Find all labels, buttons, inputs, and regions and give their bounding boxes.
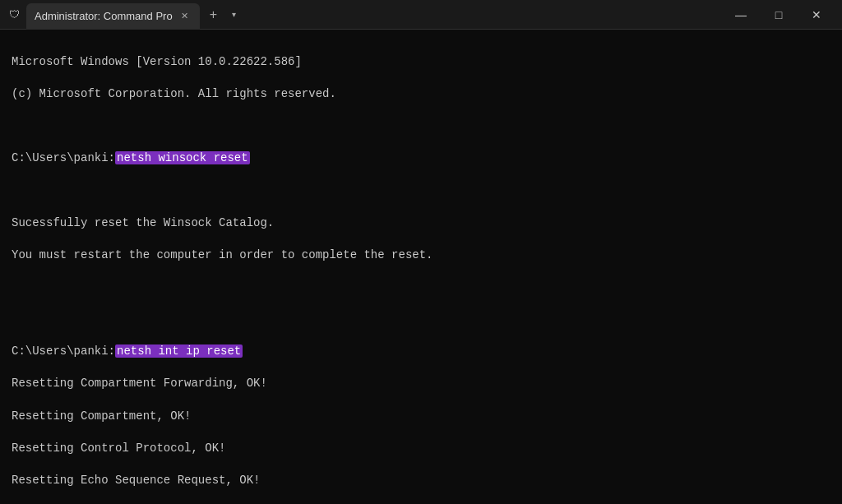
- terminal-line-12: Resetting Echo Sequence Request, OK!: [12, 473, 830, 489]
- prompt-1: C:\Users\panki:: [12, 151, 115, 164]
- close-button[interactable]: ✕: [798, 2, 835, 28]
- terminal-line-3: [12, 118, 830, 135]
- titlebar-left: 🛡 Administrator: Command Pro ✕ + ▾: [7, 0, 722, 30]
- maximize-button[interactable]: □: [760, 2, 798, 28]
- command-1: netsh winsock reset: [115, 151, 250, 164]
- tab-title: Administrator: Command Pro: [35, 10, 173, 22]
- terminal-line-1: Microsoft Windows [Version 10.0.22622.58…: [12, 54, 830, 71]
- tab-dropdown-button[interactable]: ▾: [227, 8, 241, 21]
- terminal-output: Microsoft Windows [Version 10.0.22622.58…: [0, 30, 842, 504]
- terminal-line-11: Resetting Control Protocol, OK!: [12, 441, 830, 457]
- terminal-line-9: Resetting Compartment Forwarding, OK!: [12, 376, 830, 392]
- tab-close-button[interactable]: ✕: [178, 10, 192, 22]
- prompt-2: C:\Users\panki:: [12, 344, 115, 358]
- terminal-line-5: Sucessfully reset the Winsock Catalog.: [12, 215, 830, 232]
- terminal-line-4: [12, 183, 830, 199]
- terminal-line-6: You must restart the computer in order t…: [12, 247, 830, 264]
- terminal-line-cmd1: C:\Users\panki:netsh winsock reset: [12, 150, 830, 167]
- new-tab-button[interactable]: +: [205, 6, 222, 24]
- titlebar: 🛡 Administrator: Command Pro ✕ + ▾ — □ ✕: [0, 0, 842, 30]
- minimize-button[interactable]: —: [722, 2, 760, 28]
- terminal-line-2: (c) Microsoft Corporation. All rights re…: [12, 86, 830, 103]
- window-controls: — □ ✕: [722, 2, 835, 28]
- terminal-line-7: [12, 280, 830, 296]
- terminal-line-cmd2: C:\Users\panki:netsh int ip reset: [12, 344, 830, 360]
- command-2: netsh int ip reset: [115, 344, 243, 358]
- window-icon: 🛡: [7, 7, 21, 22]
- terminal-line-10: Resetting Compartment, OK!: [12, 409, 830, 425]
- terminal-line-8: [12, 312, 830, 328]
- active-tab[interactable]: Administrator: Command Pro ✕: [26, 3, 200, 30]
